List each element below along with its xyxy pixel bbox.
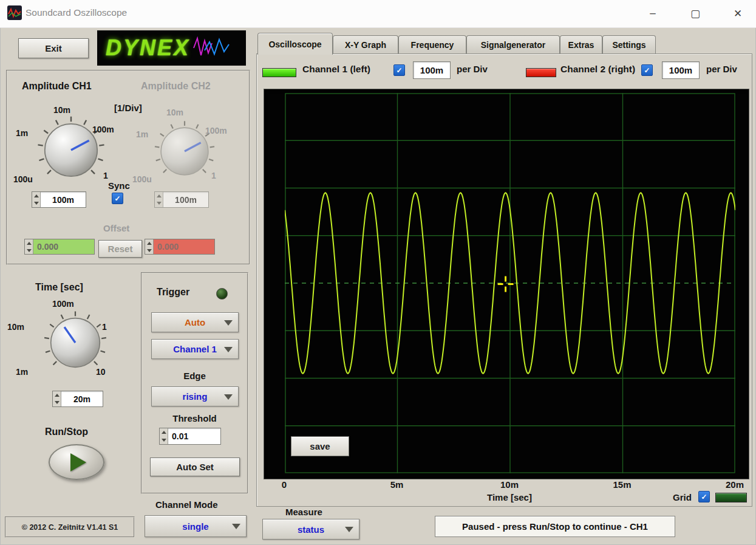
knob-tick-label: 1	[211, 171, 216, 180]
dropdown-arrow-icon	[224, 320, 233, 326]
spinner-arrows-icon[interactable]	[53, 391, 61, 406]
x-tick-label: 10m	[500, 479, 519, 490]
time-title: Time [sec]	[35, 282, 83, 293]
measure-dropdown[interactable]: status	[262, 519, 359, 540]
channel2-per-div-value[interactable]: 100m	[662, 61, 700, 79]
tab-frequency[interactable]: Frequency	[398, 35, 466, 54]
amplitude-ch1-value[interactable]: 100m	[41, 192, 86, 207]
knob-tick-label: 100u	[13, 174, 33, 184]
tab-signalgenerator[interactable]: Signalgenerator	[466, 35, 560, 54]
window-title: Soundcard Oszilloscope	[26, 7, 127, 18]
amplitude-ch2-value[interactable]: 100m	[163, 192, 208, 207]
amplitude-ch2-title: Amplitude CH2	[141, 81, 211, 92]
knob-tick-label: 10m	[7, 322, 24, 332]
minimize-icon: –	[650, 7, 655, 19]
copyright-text: © 2012 C. Zeitnitz V1.41 S1	[22, 523, 118, 532]
dropdown-arrow-icon	[224, 347, 233, 352]
tab-label: Frequency	[411, 40, 454, 50]
amplitude-ch1-title: Amplitude CH1	[22, 81, 92, 92]
knob-tick-label: 1	[103, 171, 108, 180]
time-spinner[interactable]: 20m	[52, 391, 103, 407]
threshold-label: Threshold	[142, 413, 247, 423]
grid-checkbox[interactable]: ✓	[698, 491, 710, 502]
minimize-button[interactable]: –	[639, 0, 667, 27]
trigger-source-dropdown[interactable]: Channel 1	[151, 339, 239, 359]
spinner-arrows-icon[interactable]	[32, 192, 41, 207]
channel1-per-div-label: per Div	[457, 64, 488, 74]
tab-oscilloscope[interactable]: Oscilloscope	[257, 33, 333, 55]
logo-waveform-icon	[192, 35, 230, 61]
copyright-box: © 2012 C. Zeitnitz V1.41 S1	[5, 516, 135, 538]
x-axis-title: Time [sec]	[464, 492, 555, 502]
exit-button[interactable]: Exit	[18, 38, 89, 58]
run-stop-label: Run/Stop	[45, 427, 88, 437]
x-tick-label: 0	[282, 479, 287, 490]
tab-label: Settings	[612, 40, 645, 50]
spinner-arrows-icon[interactable]	[160, 428, 168, 444]
dropdown-arrow-icon	[345, 527, 353, 532]
spinner-arrows-icon[interactable]	[145, 239, 154, 254]
offset-ch1-value[interactable]: 0.000	[33, 239, 94, 254]
offset-reset-button[interactable]: Reset	[98, 240, 142, 258]
channel-mode-dropdown[interactable]: single	[145, 515, 247, 537]
amplitude-panel: Amplitude CH1 Amplitude CH2 [1/Div] 10m …	[6, 70, 250, 265]
tab-label: Signalgenerator	[481, 40, 546, 50]
x-axis-ticks: 05m10m15m20m	[284, 479, 735, 492]
sync-checkbox[interactable]: ✓	[112, 193, 123, 204]
knob-tick-label: 1m	[16, 128, 28, 138]
amplitude-ch2-spinner[interactable]: 100m	[154, 191, 209, 208]
offset-ch1-spinner[interactable]: 0.000	[24, 239, 95, 255]
auto-set-button[interactable]: Auto Set	[150, 458, 240, 476]
run-stop-button[interactable]	[49, 444, 104, 480]
spinner-arrows-icon[interactable]	[25, 239, 33, 254]
offset-ch2-value[interactable]: 0.000	[154, 239, 214, 254]
measure-label: Measure	[285, 507, 322, 517]
tab-label: X-Y Graph	[345, 40, 386, 50]
save-button[interactable]: save	[291, 436, 349, 456]
tab-label: Extras	[568, 40, 594, 50]
channel1-per-div-value[interactable]: 100m	[413, 61, 451, 79]
offset-ch2-spinner[interactable]: 0.000	[145, 239, 215, 255]
trigger-panel: Trigger Auto Channel 1 Edge rising Thres…	[141, 272, 248, 494]
trigger-mode-value: Auto	[185, 317, 205, 327]
channel-mode-value: single	[182, 521, 208, 532]
knob-tick-label: 100m	[205, 126, 227, 135]
channel2-enable-checkbox[interactable]: ✓	[641, 64, 653, 76]
tab-xy-graph[interactable]: X-Y Graph	[333, 35, 398, 54]
trigger-mode-dropdown[interactable]: Auto	[151, 312, 239, 332]
trigger-led-indicator	[216, 288, 228, 300]
threshold-value[interactable]: 0.01	[168, 428, 220, 444]
grid-color-swatch	[715, 493, 747, 502]
time-value[interactable]: 20m	[61, 391, 103, 406]
save-button-label: save	[310, 441, 330, 451]
channel2-per-div-label: per Div	[706, 64, 737, 74]
time-knob[interactable]	[41, 309, 109, 377]
tab-settings[interactable]: Settings	[602, 35, 656, 54]
threshold-spinner[interactable]: 0.01	[159, 428, 221, 445]
knob-tick-label: 10m	[53, 105, 70, 115]
scope-display: save	[264, 89, 749, 479]
trigger-source-value: Channel 1	[173, 344, 217, 354]
spinner-arrows-icon[interactable]	[155, 192, 163, 207]
app-icon	[7, 5, 22, 20]
title-bar: Soundcard Oszilloscope – ▢ ✕	[0, 0, 756, 28]
status-message-box: Paused - press Run/Stop to continue - CH…	[435, 516, 675, 537]
maximize-button[interactable]: ▢	[681, 0, 709, 27]
channel1-enable-checkbox[interactable]: ✓	[393, 64, 405, 76]
amplitude-ch1-spinner[interactable]: 100m	[32, 191, 86, 208]
close-button[interactable]: ✕	[724, 0, 752, 27]
channel-mode-label: Channel Mode	[155, 499, 218, 510]
knob-tick-label: 1m	[136, 129, 148, 139]
channel2-legend-label: Channel 2 (right)	[560, 64, 635, 75]
x-tick-label: 5m	[390, 479, 404, 490]
knob-tick-label: 1m	[16, 367, 28, 377]
knob-tick-label: 10m	[166, 108, 183, 117]
channel1-legend-label: Channel 1 (left)	[302, 64, 370, 75]
measure-value: status	[298, 524, 324, 535]
maximize-icon: ▢	[690, 7, 700, 20]
exit-button-label: Exit	[45, 43, 62, 53]
knob-tick-label: 100m	[52, 299, 74, 309]
tab-extras[interactable]: Extras	[560, 35, 602, 54]
trigger-edge-dropdown[interactable]: rising	[151, 386, 239, 406]
channel1-color-swatch	[262, 68, 296, 77]
